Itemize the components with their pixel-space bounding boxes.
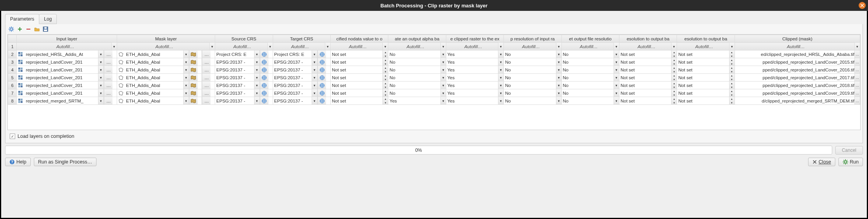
set-res-cell[interactable]: No▾ — [561, 97, 619, 105]
chevron-down-icon[interactable]: ▾ — [98, 58, 103, 66]
y-res-cell[interactable]: Not set▴▾ — [677, 89, 735, 97]
source-crs-cell[interactable]: EPSG:20137 -▾ — [215, 58, 260, 66]
chevron-down-icon[interactable]: ▾ — [440, 58, 446, 66]
input-browse-button[interactable]: … — [104, 97, 117, 105]
chevron-down-icon[interactable]: ▾ — [254, 82, 260, 89]
mask-iterate-button[interactable] — [189, 50, 202, 58]
x-res-cell[interactable]: Not set▴▾ — [619, 50, 677, 58]
alpha-cell[interactable]: No▾ — [388, 82, 446, 89]
spin-arrows[interactable]: ▴▾ — [671, 82, 677, 89]
tab-log[interactable]: Log — [39, 14, 57, 24]
autofill-resout[interactable]: Autofill…▾ — [561, 43, 619, 50]
source-crs-pick-button[interactable] — [260, 50, 273, 58]
chevron-down-icon[interactable]: ▾ — [254, 74, 260, 81]
header-alpha[interactable]: ate an output alpha ba — [388, 35, 446, 43]
chevron-down-icon[interactable]: … — [854, 89, 860, 97]
spin-arrows[interactable]: ▴▾ — [729, 50, 735, 58]
source-crs-pick-button[interactable] — [260, 82, 273, 89]
mask-iterate-button[interactable] — [189, 82, 202, 89]
keep-res-cell[interactable]: No▾ — [504, 58, 561, 66]
source-crs-cell[interactable]: EPSG:20137 -▾ — [215, 82, 260, 89]
nodata-cell[interactable]: Not set▴▾ — [330, 74, 388, 82]
nodata-cell[interactable]: Not set▴▾ — [330, 89, 388, 97]
chevron-down-icon[interactable]: ▾ — [312, 89, 317, 97]
set-res-cell[interactable]: No▾ — [561, 66, 619, 74]
spin-arrows[interactable]: ▴▾ — [729, 74, 735, 81]
alpha-cell[interactable]: No▾ — [388, 58, 446, 66]
extent-cell[interactable]: Yes▾ — [446, 74, 503, 82]
mask-layer-cell[interactable]: ETH_Addis_Abal▾ — [117, 66, 189, 74]
y-res-cell[interactable]: Not set▴▾ — [677, 58, 735, 66]
chevron-down-icon[interactable]: ▾ — [614, 58, 619, 66]
nodata-cell[interactable]: Not set▴▾ — [330, 66, 388, 74]
chevron-down-icon[interactable]: ▾ — [614, 89, 619, 97]
mask-iterate-button[interactable] — [189, 74, 202, 82]
input-browse-button[interactable]: … — [104, 89, 117, 97]
spin-arrows[interactable]: ▴▾ — [729, 66, 735, 73]
chevron-down-icon[interactable]: ▾ — [440, 97, 446, 104]
chevron-down-icon[interactable]: ▾ — [312, 74, 317, 81]
target-crs-pick-button[interactable] — [317, 66, 331, 74]
header-tgt-crs[interactable]: Target CRS — [273, 35, 330, 43]
chevron-down-icon[interactable]: ▾ — [209, 43, 215, 50]
mask-iterate-button[interactable] — [189, 89, 202, 97]
extent-cell[interactable]: Yes▾ — [446, 58, 503, 66]
alpha-cell[interactable]: Yes▾ — [388, 97, 446, 105]
chevron-down-icon[interactable]: ▾ — [98, 50, 103, 58]
chevron-down-icon[interactable]: ▾ — [98, 89, 103, 97]
source-crs-pick-button[interactable] — [260, 97, 273, 105]
set-res-cell[interactable]: No▾ — [561, 74, 619, 82]
source-crs-pick-button[interactable] — [260, 89, 273, 97]
chevron-down-icon[interactable]: ▾ — [614, 82, 619, 89]
header-clipped[interactable]: Clipped (mask) — [735, 35, 860, 43]
load-layers-checkbox[interactable]: ✓ — [10, 134, 15, 139]
spin-arrows[interactable]: ▴▾ — [382, 74, 388, 81]
chevron-down-icon[interactable]: ▾ — [183, 89, 189, 97]
chevron-down-icon[interactable]: ▾ — [614, 97, 619, 104]
chevron-down-icon[interactable]: … — [854, 66, 860, 73]
target-crs-cell[interactable]: EPSG:20137 -▾ — [273, 74, 317, 82]
input-layer-cell[interactable]: reprojected_merged_SRTM_▾ — [17, 97, 104, 105]
set-res-cell[interactable]: No▾ — [561, 50, 619, 58]
chevron-down-icon[interactable]: ▾ — [98, 74, 103, 81]
chevron-down-icon[interactable]: ▾ — [440, 66, 446, 73]
spin-arrows[interactable]: ▴▾ — [671, 97, 677, 104]
source-crs-cell[interactable]: EPSG:20137 -▾ — [215, 89, 260, 97]
chevron-down-icon[interactable]: ▾ — [382, 43, 388, 50]
alpha-cell[interactable]: No▾ — [388, 50, 446, 58]
spin-arrows[interactable]: ▴▾ — [729, 58, 735, 66]
chevron-down-icon[interactable]: ▾ — [312, 58, 317, 66]
x-res-cell[interactable]: Not set▴▾ — [619, 66, 677, 74]
mask-browse-button[interactable]: … — [202, 58, 215, 66]
target-crs-pick-button[interactable] — [317, 58, 331, 66]
chevron-down-icon[interactable]: ▾ — [556, 74, 561, 81]
extent-cell[interactable]: Yes▾ — [446, 66, 503, 74]
chevron-down-icon[interactable]: … — [854, 58, 860, 66]
chevron-down-icon[interactable]: ▾ — [614, 43, 619, 50]
chevron-down-icon[interactable]: … — [854, 97, 860, 104]
chevron-down-icon[interactable]: ▾ — [254, 89, 260, 97]
chevron-down-icon[interactable]: ▾ — [498, 43, 503, 50]
source-crs-pick-button[interactable] — [260, 66, 273, 74]
output-cell[interactable]: pped/clipped_reprojected_LandCover_2015.… — [735, 58, 860, 66]
chevron-down-icon[interactable]: ▾ — [183, 58, 189, 66]
input-browse-button[interactable]: … — [104, 58, 117, 66]
spin-arrows[interactable]: ▴▾ — [671, 66, 677, 73]
chevron-down-icon[interactable]: ▾ — [854, 43, 860, 50]
chevron-down-icon[interactable]: ▾ — [440, 50, 446, 58]
chevron-down-icon[interactable]: … — [854, 82, 860, 89]
input-browse-button[interactable]: … — [104, 74, 117, 82]
chevron-down-icon[interactable]: ▾ — [111, 43, 117, 50]
autofill-input[interactable]: Autofill…▾ — [17, 43, 117, 50]
alpha-cell[interactable]: No▾ — [388, 74, 446, 82]
chevron-down-icon[interactable]: ▾ — [614, 74, 619, 81]
mask-layer-cell[interactable]: ETH_Addis_Abal▾ — [117, 89, 189, 97]
chevron-down-icon[interactable]: ▾ — [183, 50, 189, 58]
spin-arrows[interactable]: ▴▾ — [382, 58, 388, 66]
nodata-cell[interactable]: Not set▴▾ — [330, 97, 388, 105]
autofill-src[interactable]: Autofill…▾ — [215, 43, 273, 50]
mask-layer-cell[interactable]: ETH_Addis_Abal▾ — [117, 50, 189, 58]
mask-browse-button[interactable]: … — [202, 89, 215, 97]
chevron-down-icon[interactable]: ▾ — [183, 66, 189, 73]
window-close-button[interactable] — [859, 2, 866, 9]
